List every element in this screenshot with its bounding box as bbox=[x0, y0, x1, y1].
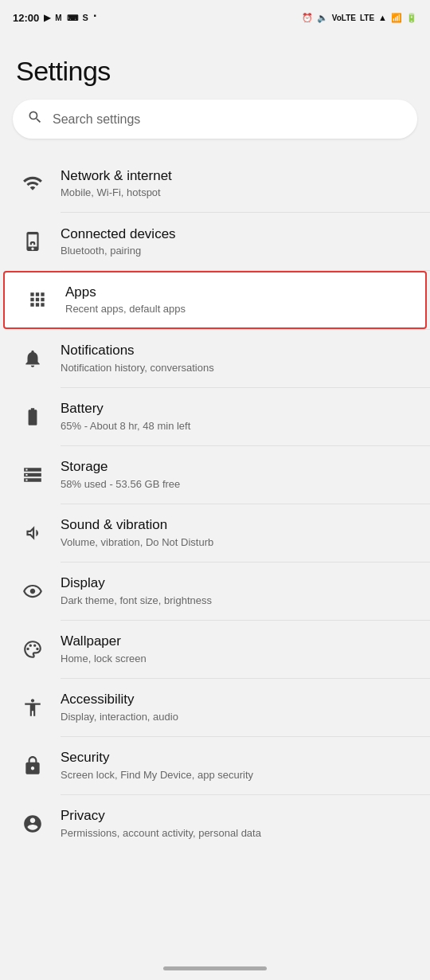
home-indicator bbox=[163, 966, 267, 970]
connected-text: Connected devices Bluetooth, pairing bbox=[61, 225, 414, 258]
privacy-title: Privacy bbox=[61, 807, 414, 825]
security-text: Security Screen lock, Find My Device, ap… bbox=[61, 749, 414, 782]
sound-icon bbox=[16, 523, 49, 543]
connected-subtitle: Bluetooth, pairing bbox=[61, 245, 414, 258]
search-container[interactable]: Search settings bbox=[0, 100, 430, 155]
privacy-text: Privacy Permissions, account activity, p… bbox=[61, 807, 414, 840]
settings-item-notifications[interactable]: Notifications Notification history, conv… bbox=[0, 330, 430, 387]
sound-text: Sound & vibration Volume, vibration, Do … bbox=[61, 516, 414, 549]
search-box[interactable]: Search settings bbox=[13, 100, 417, 139]
settings-item-battery[interactable]: Battery 65% - About 8 hr, 48 min left bbox=[0, 388, 430, 445]
display-title: Display bbox=[61, 574, 414, 592]
network-subtitle: Mobile, Wi-Fi, hotspot bbox=[61, 186, 414, 200]
connected-title: Connected devices bbox=[61, 225, 414, 243]
storage-icon bbox=[16, 465, 49, 485]
youtube-icon: ▶ bbox=[44, 13, 50, 23]
search-input[interactable]: Search settings bbox=[53, 112, 140, 127]
volte-icon: VoLTE bbox=[332, 14, 356, 22]
status-left: 12:00 ▶ M ⌨ S · bbox=[13, 12, 96, 24]
wifi-icon: 📶 bbox=[391, 13, 402, 23]
apps-icon bbox=[21, 289, 54, 310]
signal-bars-icon: ▲ bbox=[378, 13, 387, 22]
status-right: ⏰ 🔈 VoLTE LTE ▲ 📶 🔋 bbox=[302, 13, 417, 23]
battery-title: Battery bbox=[61, 400, 414, 417]
wallpaper-subtitle: Home, lock screen bbox=[61, 653, 414, 666]
search-icon bbox=[27, 109, 43, 129]
storage-title: Storage bbox=[61, 458, 414, 476]
privacy-subtitle: Permissions, account activity, personal … bbox=[61, 827, 414, 841]
connected-icon bbox=[16, 231, 49, 252]
page-title: Settings bbox=[16, 56, 414, 87]
notifications-title: Notifications bbox=[61, 342, 414, 359]
settings-item-wallpaper[interactable]: Wallpaper Home, lock screen bbox=[0, 621, 430, 678]
display-text: Display Dark theme, font size, brightnes… bbox=[61, 574, 414, 607]
accessibility-subtitle: Display, interaction, audio bbox=[61, 711, 414, 724]
notifications-icon bbox=[16, 348, 49, 369]
settings-item-network[interactable]: Network & internet Mobile, Wi-Fi, hotspo… bbox=[0, 155, 430, 212]
sound-title: Sound & vibration bbox=[61, 516, 414, 534]
storage-text: Storage 58% used - 53.56 GB free bbox=[61, 458, 414, 491]
wallpaper-icon bbox=[16, 639, 49, 660]
network-title: Network & internet bbox=[61, 167, 414, 185]
notifications-subtitle: Notification history, conversations bbox=[61, 362, 414, 375]
wallpaper-title: Wallpaper bbox=[61, 633, 414, 650]
settings-header: Settings bbox=[0, 32, 430, 100]
network-text: Network & internet Mobile, Wi-Fi, hotspo… bbox=[61, 167, 414, 200]
apps-text: Apps Recent apps, default apps bbox=[65, 284, 409, 316]
settings-item-display[interactable]: Display Dark theme, font size, brightnes… bbox=[0, 563, 430, 620]
settings-item-accessibility[interactable]: Accessibility Display, interaction, audi… bbox=[0, 679, 430, 736]
security-icon bbox=[16, 755, 49, 776]
wallpaper-text: Wallpaper Home, lock screen bbox=[61, 633, 414, 665]
settings-item-sound[interactable]: Sound & vibration Volume, vibration, Do … bbox=[0, 504, 430, 562]
time-display: 12:00 bbox=[13, 12, 39, 24]
settings-list: Network & internet Mobile, Wi-Fi, hotspo… bbox=[0, 155, 430, 853]
accessibility-text: Accessibility Display, interaction, audi… bbox=[61, 691, 414, 723]
bottom-navigation-bar bbox=[0, 960, 430, 980]
settings-item-apps[interactable]: Apps Recent apps, default apps bbox=[3, 271, 427, 329]
battery-subtitle: 65% - About 8 hr, 48 min left bbox=[61, 420, 414, 433]
battery-settings-icon bbox=[16, 406, 49, 427]
alarm-icon: ⏰ bbox=[302, 13, 313, 23]
battery-text: Battery 65% - About 8 hr, 48 min left bbox=[61, 400, 414, 433]
display-subtitle: Dark theme, font size, brightness bbox=[61, 594, 414, 608]
privacy-icon bbox=[16, 813, 49, 834]
apps-title: Apps bbox=[65, 284, 409, 301]
settings-item-privacy[interactable]: Privacy Permissions, account activity, p… bbox=[0, 795, 430, 853]
display-icon bbox=[16, 581, 49, 602]
notifications-text: Notifications Notification history, conv… bbox=[61, 342, 414, 374]
lte-icon: LTE bbox=[360, 14, 374, 22]
settings-item-storage[interactable]: Storage 58% used - 53.56 GB free bbox=[0, 446, 430, 504]
apps-subtitle: Recent apps, default apps bbox=[65, 303, 409, 316]
accessibility-title: Accessibility bbox=[61, 691, 414, 708]
gc-icon: ⌨ bbox=[67, 14, 78, 22]
security-subtitle: Screen lock, Find My Device, app securit… bbox=[61, 769, 414, 782]
status-bar: 12:00 ▶ M ⌨ S · ⏰ 🔈 VoLTE LTE ▲ 📶 🔋 bbox=[0, 0, 430, 32]
settings-item-security[interactable]: Security Screen lock, Find My Device, ap… bbox=[0, 737, 430, 794]
my-icon: M bbox=[55, 14, 61, 22]
settings-item-connected[interactable]: Connected devices Bluetooth, pairing bbox=[0, 213, 430, 270]
accessibility-icon bbox=[16, 697, 49, 718]
network-icon bbox=[16, 173, 49, 194]
battery-icon: 🔋 bbox=[406, 13, 417, 23]
shazam-icon: S bbox=[83, 13, 88, 22]
storage-subtitle: 58% used - 53.56 GB free bbox=[61, 478, 414, 492]
sound-subtitle: Volume, vibration, Do Not Disturb bbox=[61, 536, 414, 550]
security-title: Security bbox=[61, 749, 414, 766]
volume-icon: 🔈 bbox=[317, 13, 328, 23]
